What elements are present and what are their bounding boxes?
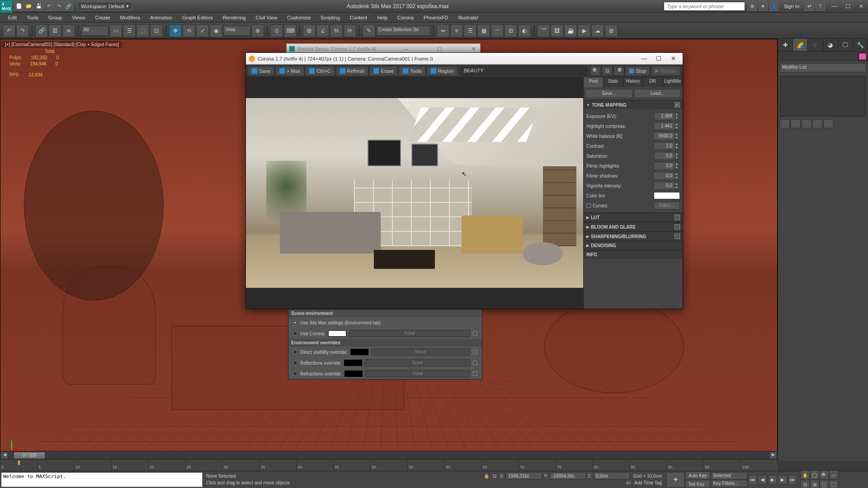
modifier-list-dropdown[interactable]: Modifier List (780, 63, 866, 72)
angle-snap-icon[interactable]: ∠ (316, 24, 329, 37)
render-online-icon[interactable]: ☁ (591, 24, 604, 37)
app-logo[interactable]: 3MAX (0, 0, 13, 13)
refr-map-chk[interactable] (473, 371, 477, 376)
nav-zoom-icon[interactable]: 🔍 (820, 470, 829, 479)
add-time-tag[interactable]: Add Time Tag (634, 480, 662, 485)
object-color-swatch[interactable] (859, 53, 867, 60)
scene-env-header[interactable]: Scene environment (288, 310, 482, 317)
menu-rendering[interactable]: Rendering (218, 14, 250, 22)
spinner-snap-icon[interactable]: ⟳ (344, 24, 356, 37)
vfb-load-preset-button[interactable]: Load... (634, 89, 681, 98)
y-input[interactable] (550, 472, 586, 479)
bind-icon[interactable]: ≋ (62, 24, 75, 37)
curves-checkbox[interactable] (586, 203, 591, 208)
vfb-erase-button[interactable]: Erase (369, 66, 398, 76)
maximize-button[interactable]: ☐ (841, 0, 854, 13)
select-manip-icon[interactable]: ⊙ (270, 24, 283, 37)
vfb-save-preset-button[interactable]: Save... (585, 89, 632, 98)
selection-filter-dropdown[interactable]: All (81, 26, 108, 36)
help-search-input[interactable] (664, 2, 745, 11)
vfb-save-button[interactable]: Save (248, 66, 274, 76)
menu-group[interactable]: Group (44, 14, 67, 22)
prev-frame-icon[interactable]: ◀ (758, 475, 767, 484)
select-rect-icon[interactable]: ⬚ (137, 24, 149, 37)
menu-grapheditors[interactable]: Graph Editors (178, 14, 217, 22)
menu-scripting[interactable]: Scripting (316, 14, 344, 22)
bloom-header[interactable]: ▶BLOOM AND GLARE (584, 222, 683, 231)
workspace-dropdown[interactable]: Workspace: Default ▾ (78, 2, 132, 10)
keyboard-icon[interactable]: ⌨ (284, 24, 297, 37)
nav-zoomall-icon[interactable]: ⊞ (810, 480, 819, 488)
time-ruler[interactable]: 0510152025303540455055606570758085909510… (0, 460, 778, 471)
refr-checkbox[interactable] (293, 371, 297, 376)
menu-customize[interactable]: Customize (283, 14, 315, 22)
menu-help[interactable]: Help (373, 14, 392, 22)
percent-snap-icon[interactable]: % (330, 24, 343, 37)
menu-illustrate[interactable]: Illustrate! (454, 14, 483, 22)
filmic-hi-spinner[interactable]: 0,0▴▾ (654, 162, 680, 170)
layers-icon[interactable]: ☰ (464, 24, 476, 37)
render-frame-icon[interactable]: 🖼 (551, 24, 563, 37)
hierarchy-tab-icon[interactable]: ♢ (808, 39, 823, 51)
x-input[interactable] (506, 472, 542, 479)
refl-swatch[interactable] (344, 360, 362, 366)
time-slider[interactable]: ◀ 0 / 100 ▶ (0, 451, 778, 460)
vfb-close-button[interactable]: ✕ (666, 54, 680, 63)
configure-sets-icon[interactable] (823, 119, 833, 128)
schematic-icon[interactable]: ⊟ (505, 24, 517, 37)
sharpen-checkbox[interactable] (675, 234, 680, 239)
crosshair-icon[interactable]: ✚ (666, 472, 684, 488)
contrast-spinner[interactable]: 2,0▴▾ (654, 142, 680, 150)
link-icon[interactable]: 🔗 (35, 24, 48, 37)
qat-undo-icon[interactable]: ↶ (44, 2, 53, 11)
qat-link-icon[interactable]: 🔗 (64, 2, 73, 11)
corona-env-map[interactable]: None (349, 330, 470, 337)
refr-swatch[interactable] (344, 371, 363, 377)
frame-prev-icon[interactable]: ◀ (1, 452, 8, 459)
pin-stack-icon[interactable] (780, 119, 790, 128)
vfb-minimize-button[interactable]: — (637, 54, 651, 63)
play-icon[interactable]: ▶ (768, 475, 777, 484)
colortint-swatch[interactable] (654, 192, 680, 199)
render-last-icon[interactable]: ⊞ (605, 24, 618, 37)
star-icon[interactable]: ★ (759, 2, 768, 11)
nav-zoomext-icon[interactable]: ⊡ (801, 480, 810, 488)
named-selset-dropdown[interactable]: Create Selection Se (376, 26, 430, 36)
render-setup-maximize[interactable]: ☐ (435, 46, 443, 52)
render-iter-icon[interactable]: ▶ (578, 24, 590, 37)
vfb-zoomfit-icon[interactable]: ⊡ (602, 66, 613, 76)
lut-checkbox[interactable] (675, 215, 680, 220)
motion-tab-icon[interactable]: ◕ (823, 39, 838, 51)
corona-env-swatch[interactable] (328, 330, 346, 337)
move-icon[interactable]: ✥ (169, 24, 182, 37)
vfb-titlebar[interactable]: Corona 1.7 (hotfix 4) | 724×407px (1:1) … (246, 53, 683, 65)
material-editor-icon[interactable]: ◐ (518, 24, 531, 37)
autokey-button[interactable]: Auto Key (685, 471, 710, 479)
placement-icon[interactable]: ◉ (210, 24, 222, 37)
refl-map-chk[interactable] (473, 361, 477, 365)
qat-save-icon[interactable]: 💾 (34, 2, 43, 11)
close-button[interactable]: ✕ (854, 0, 868, 13)
vfb-zoomout-icon[interactable]: 🔎 (613, 66, 624, 76)
minimize-button[interactable]: — (827, 0, 841, 13)
tab-dr[interactable]: DR (643, 77, 663, 87)
qat-new-icon[interactable]: 📄 (14, 2, 24, 11)
nav-pan-icon[interactable]: ✋ (801, 470, 810, 479)
filmic-sh-spinner[interactable]: 0,0▴▾ (654, 172, 680, 180)
undo-icon[interactable]: ↶ (3, 24, 15, 37)
goto-end-icon[interactable]: ⏭ (788, 475, 797, 484)
vfb-region-button[interactable]: Region (427, 66, 458, 76)
vfb-render-button[interactable]: ▶Render (651, 66, 681, 76)
infocenter-icon[interactable]: ⊞ (748, 2, 757, 11)
info-header[interactable]: INFO (584, 250, 683, 259)
wb-spinner[interactable]: 6500,0▴▾ (654, 132, 680, 140)
menu-modifiers[interactable]: Modifiers (115, 14, 145, 22)
rotate-icon[interactable]: ⟲ (183, 24, 195, 37)
keyfilters-button[interactable]: Key Filters... (711, 480, 747, 487)
select-window-icon[interactable]: ⊡ (150, 24, 163, 37)
render-setup-minimize[interactable]: — (402, 46, 410, 52)
unlink-icon[interactable]: ⛓ (49, 24, 61, 37)
modifier-stack[interactable] (780, 76, 866, 117)
menu-animation[interactable]: Animation (146, 14, 177, 22)
display-tab-icon[interactable]: 🖵 (838, 39, 853, 51)
